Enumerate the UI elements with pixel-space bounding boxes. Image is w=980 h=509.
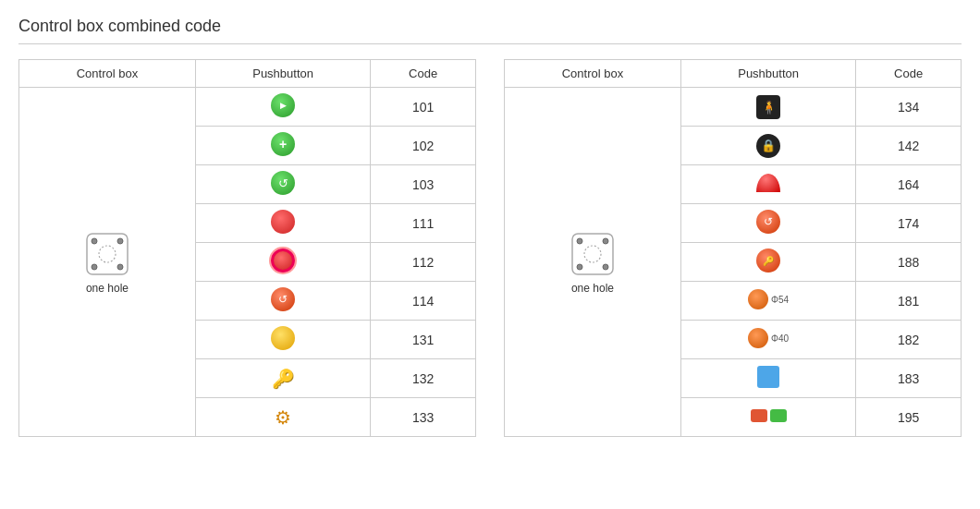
right-header-pushbutton: Pushbutton <box>680 60 855 88</box>
pushbutton-cell <box>195 204 370 243</box>
pushbutton-cell: 🔑 <box>680 243 855 282</box>
green-rect-icon <box>770 409 787 422</box>
left-header-pushbutton: Pushbutton <box>195 60 370 88</box>
yellow-btn-icon <box>271 326 295 350</box>
svg-point-5 <box>99 246 116 262</box>
right-header-controlbox: Control box <box>505 60 681 88</box>
svg-point-2 <box>117 238 123 244</box>
pushbutton-cell <box>680 204 855 243</box>
table-row: one hole 🧍 134 <box>505 88 962 127</box>
lock-black-btn-icon: 🔒 <box>756 134 780 158</box>
pushbutton-cell <box>195 88 370 127</box>
right-header-code: Code <box>856 60 962 88</box>
pushbutton-cell: Φ54 <box>680 282 855 321</box>
code-cell: 183 <box>856 359 962 398</box>
red-mushroom-btn-icon <box>756 174 780 192</box>
svg-point-4 <box>117 264 123 270</box>
left-control-box-cell: one hole <box>19 88 196 437</box>
pushbutton-cell <box>195 127 370 165</box>
pushbutton-cell <box>195 282 370 321</box>
green-turn-btn-icon <box>271 171 295 195</box>
red-turn2-btn-icon <box>756 210 780 234</box>
left-header-code: Code <box>371 60 476 88</box>
blue-square-btn-icon <box>757 366 779 388</box>
code-cell: 111 <box>371 204 476 243</box>
code-cell: 164 <box>856 165 962 204</box>
left-header-controlbox: Control box <box>19 60 196 88</box>
control-box-svg <box>83 230 131 278</box>
code-cell: 182 <box>856 321 962 359</box>
right-table: Control box Pushbutton Code <box>504 59 962 437</box>
code-cell: 112 <box>371 243 476 282</box>
page-title: Control box combined code <box>18 17 962 44</box>
code-cell: 188 <box>856 243 962 282</box>
left-box-label: one hole <box>86 282 129 295</box>
table-row: one hole 101 <box>19 88 476 127</box>
red-lock-btn-icon: 🔑 <box>756 248 780 273</box>
pushbutton-cell: 🔑 <box>195 359 370 398</box>
pushbutton-cell <box>195 165 370 204</box>
code-cell: 181 <box>856 282 962 321</box>
orange-gear-btn-icon: ⚙ <box>275 407 291 428</box>
code-cell: 134 <box>856 88 962 127</box>
code-cell: 114 <box>371 282 476 321</box>
pushbutton-cell: 🔒 <box>680 127 855 165</box>
pushbutton-cell <box>195 243 370 282</box>
key-btn-icon: 🔑 <box>272 369 295 389</box>
svg-point-3 <box>92 264 97 270</box>
code-cell: 131 <box>371 321 476 359</box>
svg-point-7 <box>577 238 582 244</box>
pushbutton-cell <box>195 321 370 359</box>
orange-54-btn-icon: Φ54 <box>748 289 789 309</box>
code-cell: 102 <box>371 127 476 165</box>
red-ring-btn-icon <box>271 248 295 273</box>
right-control-box-svg <box>569 230 617 278</box>
code-cell: 195 <box>856 398 962 437</box>
code-cell: 103 <box>371 165 476 204</box>
person-btn-icon: 🧍 <box>756 95 780 119</box>
red-plain-btn-icon <box>271 210 295 234</box>
page: Control box combined code Control box Pu… <box>0 0 980 509</box>
pushbutton-cell: ⚙ <box>195 398 370 437</box>
right-table-section: Control box Pushbutton Code <box>504 59 962 437</box>
code-cell: 101 <box>371 88 476 127</box>
right-box-label: one hole <box>571 282 614 295</box>
green-plus-btn-icon <box>271 132 295 156</box>
left-table: Control box Pushbutton Code <box>18 59 476 437</box>
svg-point-8 <box>603 238 608 244</box>
code-cell: 133 <box>371 398 476 437</box>
svg-point-10 <box>603 264 608 270</box>
right-control-box-cell: one hole <box>505 88 681 437</box>
green-arrow-btn-icon <box>271 93 295 117</box>
pushbutton-cell <box>680 165 855 204</box>
pushbutton-cell: Φ40 <box>680 321 855 359</box>
red-rect-icon <box>751 409 767 422</box>
code-cell: 174 <box>856 204 962 243</box>
pushbutton-cell: 🧍 <box>680 88 855 127</box>
red-turn-btn-icon <box>271 287 295 311</box>
svg-point-1 <box>92 238 97 244</box>
code-cell: 142 <box>856 127 962 165</box>
left-control-box-image: one hole <box>23 230 191 295</box>
orange-40-btn-icon: Φ40 <box>748 328 789 348</box>
code-cell: 132 <box>371 359 476 398</box>
right-control-box-image: one hole <box>508 230 677 295</box>
tables-wrapper: Control box Pushbutton Code <box>18 59 962 437</box>
dual-btn-icon <box>751 409 787 422</box>
left-table-section: Control box Pushbutton Code <box>18 59 476 437</box>
pushbutton-cell <box>680 359 855 398</box>
svg-point-11 <box>584 246 601 262</box>
svg-point-9 <box>577 264 582 270</box>
pushbutton-cell <box>680 398 855 437</box>
